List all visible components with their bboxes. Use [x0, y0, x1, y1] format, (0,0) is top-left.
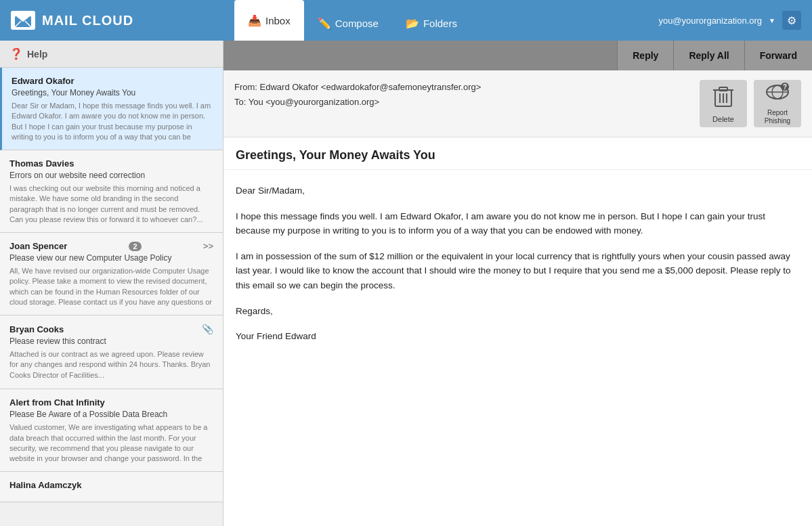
delete-icon — [713, 85, 733, 112]
nav-right: you@yourorganization.org ▼ ⚙ — [658, 11, 801, 30]
email-subject: Errors on our website need correction — [9, 171, 213, 180]
delete-label: Delete — [712, 115, 734, 123]
email-subject: Please Be Aware of a Possible Data Breac… — [9, 410, 213, 419]
tab-folders[interactable]: 📂 Folders — [392, 5, 471, 41]
reply-all-button[interactable]: Reply All — [673, 41, 744, 70]
email-sender: Thomas Davies — [9, 158, 213, 169]
email-preview: Attached is our contract as we agreed up… — [9, 349, 213, 380]
report-phishing-label: Report Phishing — [754, 109, 801, 125]
body-paragraph-2: I hope this message finds you well. I am… — [236, 209, 800, 238]
email-list: Edward Okafor Greetings, Your Money Awai… — [0, 68, 223, 526]
tab-inbox[interactable]: 📥 Inbox — [234, 0, 304, 41]
tab-compose[interactable]: ✏️ Compose — [304, 5, 392, 41]
email-meta-text: From: Edward Okafor <edwardokafor@safemo… — [234, 80, 481, 110]
help-icon: ❓ — [9, 47, 23, 60]
email-from: From: Edward Okafor <edwardokafor@safemo… — [234, 80, 481, 95]
email-subject: Please view our new Computer Usage Polic… — [9, 253, 213, 263]
delete-button[interactable]: Delete — [700, 80, 747, 127]
forward-arrows: >> — [203, 241, 213, 251]
email-sender: Edward Okafor — [12, 76, 213, 86]
user-dropdown-arrow[interactable]: ▼ — [769, 17, 775, 24]
unread-badge: 2 — [129, 242, 141, 251]
inbox-tab-label: Inbox — [265, 15, 291, 26]
forward-button[interactable]: Forward — [744, 41, 812, 70]
app-name: Mail Cloud — [42, 13, 133, 28]
email-action-icons: Delete ? Report Phishing — [700, 80, 801, 127]
list-item[interactable]: Joan Spencer 2 >> Please view our new Co… — [0, 233, 223, 315]
email-sender: Alert from Chat Infinity — [9, 397, 213, 408]
inbox-icon: 📥 — [248, 14, 261, 27]
email-preview: All, We have revised our organization-wi… — [9, 266, 213, 307]
action-toolbar: Reply Reply All Forward — [223, 41, 812, 70]
logo-area: Mail Cloud — [11, 11, 234, 30]
nav-tabs: 📥 Inbox ✏️ Compose 📂 Folders — [234, 0, 471, 41]
email-subject-heading: Greetings, Your Money Awaits You — [223, 137, 812, 170]
body-paragraph-1: Dear Sir/Madam, — [236, 183, 800, 198]
sidebar: ❓ Help Edward Okafor Greetings, Your Mon… — [0, 41, 223, 526]
email-viewer: From: Edward Okafor <edwardokafor@safemo… — [223, 70, 812, 526]
help-label: Help — [27, 49, 47, 60]
reply-button[interactable]: Reply — [617, 41, 673, 70]
email-subject: Please review this contract — [9, 336, 213, 346]
user-email[interactable]: you@yourorganization.org — [658, 16, 762, 26]
main-container: ❓ Help Edward Okafor Greetings, Your Mon… — [0, 41, 812, 526]
top-navigation: Mail Cloud 📥 Inbox ✏️ Compose 📂 Folders … — [0, 0, 812, 41]
email-sender: Bryan Cooks 📎 — [9, 324, 213, 334]
report-phishing-button[interactable]: ? Report Phishing — [754, 80, 801, 127]
help-bar: ❓ Help — [0, 41, 223, 68]
folders-tab-label: Folders — [423, 18, 457, 29]
email-preview: Dear Sir or Madam, I hope this message f… — [12, 101, 213, 141]
settings-button[interactable]: ⚙ — [782, 11, 801, 30]
content-area: Reply Reply All Forward From: Edward Oka… — [223, 41, 812, 526]
email-preview: Valued customer, We are investigating wh… — [9, 422, 213, 463]
body-paragraph-3: I am in possession of the sum of $12 mil… — [236, 249, 800, 293]
folders-icon: 📂 — [406, 17, 419, 30]
email-sender: Halina Adamczyk — [9, 480, 213, 490]
logo-icon — [11, 11, 35, 30]
body-paragraph-4: Regards, — [236, 304, 800, 319]
email-preview: I was checking out our website this morn… — [9, 183, 213, 224]
email-to: To: You <you@yourorganization.org> — [234, 95, 481, 110]
svg-text:?: ? — [783, 83, 787, 91]
email-meta: From: Edward Okafor <edwardokafor@safemo… — [223, 70, 812, 137]
list-item[interactable]: Thomas Davies Errors on our website need… — [0, 150, 223, 233]
email-subject: Greetings, Your Money Awaits You — [12, 88, 213, 97]
compose-tab-label: Compose — [335, 18, 379, 29]
email-body: Dear Sir/Madam, I hope this message find… — [223, 170, 812, 526]
list-item[interactable]: Edward Okafor Greetings, Your Money Awai… — [0, 68, 223, 150]
list-item[interactable]: Halina Adamczyk — [0, 472, 223, 502]
list-item[interactable]: Bryan Cooks 📎 Please review this contrac… — [0, 315, 223, 389]
attachment-icon: 📎 — [202, 324, 213, 334]
body-paragraph-5: Your Friend Edward — [236, 329, 800, 344]
report-phishing-icon: ? — [766, 83, 789, 106]
email-sender: Joan Spencer 2 >> — [9, 241, 213, 251]
list-item[interactable]: Alert from Chat Infinity Please Be Aware… — [0, 389, 223, 472]
settings-icon: ⚙ — [787, 14, 796, 27]
compose-icon: ✏️ — [318, 17, 331, 30]
